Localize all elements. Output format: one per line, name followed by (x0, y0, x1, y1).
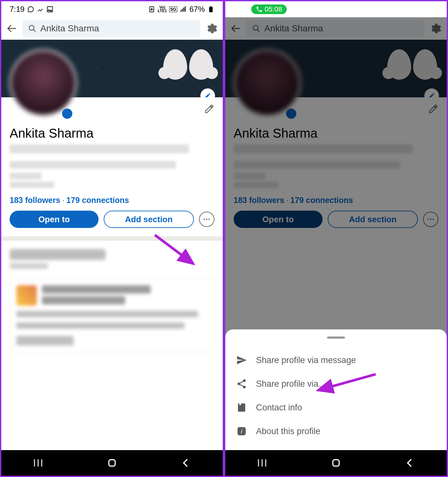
recents-icon[interactable] (33, 457, 44, 468)
followers-count[interactable]: 183 followers (10, 196, 60, 205)
avatar[interactable] (10, 49, 77, 117)
battery-percent: 60% (413, 5, 429, 14)
gear-icon[interactable] (205, 22, 218, 35)
svg-rect-21 (333, 460, 339, 466)
headline-blurred (10, 144, 189, 153)
info-icon: i (236, 426, 247, 437)
phone-right: 7:58 05:08 Vo)LTE1 5G 60% Ankita Sharma (224, 0, 448, 477)
top-bar: Ankita Sharma (1, 17, 223, 40)
home-icon[interactable] (107, 457, 117, 468)
sheet-item-label: Contact info (256, 403, 302, 413)
profile-section: Ankita Sharma 183 followers·179 connecti… (1, 97, 223, 236)
detail-blurred (10, 161, 176, 169)
battery-saver-icon (372, 6, 379, 13)
svg-rect-8 (109, 460, 115, 466)
battery-saver-icon (148, 6, 155, 13)
add-section-button[interactable]: Add section (104, 211, 194, 228)
svg-rect-11 (434, 6, 436, 7)
svg-point-16 (243, 379, 246, 382)
network-5g-icon: 5G (393, 6, 401, 12)
signal-icon (180, 6, 187, 13)
sheet-item-label: Share profile via… (256, 379, 327, 389)
recents-icon[interactable] (257, 457, 268, 468)
sheet-share-via[interactable]: Share profile via… (236, 372, 436, 396)
svg-point-18 (243, 386, 246, 389)
call-indicator[interactable]: 05:08 (251, 4, 287, 14)
battery-icon (207, 6, 214, 13)
svg-point-6 (206, 219, 207, 220)
back-icon[interactable] (6, 23, 18, 34)
signal-icon (404, 6, 411, 13)
sheet-item-label: About this profile (256, 426, 320, 436)
more-button[interactable] (199, 212, 214, 227)
search-input[interactable]: Ankita Sharma (22, 20, 200, 37)
sheet-contact-info[interactable]: Contact info (236, 396, 436, 419)
suggested-section-blurred (1, 241, 223, 360)
bottom-sheet: Share profile via message Share profile … (225, 329, 447, 450)
android-navbar (1, 450, 223, 476)
edit-profile-icon[interactable] (204, 104, 214, 115)
avatar-badge-icon (62, 109, 72, 119)
missed-call-icon (37, 6, 44, 13)
android-navbar (225, 450, 447, 476)
section-divider (1, 236, 223, 241)
volte-icon: Vo)LTE1 (382, 6, 391, 13)
sheet-item-label: Share profile via message (256, 355, 356, 365)
battery-percent: 67% (189, 5, 205, 14)
network-5g-icon: 5G (169, 6, 177, 12)
volte-icon: Vo)LTE1 (158, 6, 167, 13)
home-icon[interactable] (331, 457, 341, 468)
whatsapp-icon (27, 6, 34, 13)
search-icon (28, 24, 36, 33)
call-timer: 05:08 (265, 5, 282, 13)
svg-rect-10 (433, 7, 437, 12)
send-icon (236, 355, 247, 366)
svg-point-7 (208, 219, 210, 220)
back-nav-icon[interactable] (404, 457, 415, 468)
contact-icon (236, 402, 247, 413)
open-to-button[interactable]: Open to (10, 211, 99, 228)
svg-point-17 (237, 383, 240, 385)
status-bar: 7:58 05:08 Vo)LTE1 5G 60% (225, 1, 447, 17)
sheet-share-message[interactable]: Share profile via message (236, 348, 436, 372)
connections-count[interactable]: 179 connections (66, 196, 129, 205)
svg-point-4 (29, 25, 34, 30)
svg-rect-3 (210, 6, 212, 7)
status-time: 7:58 (234, 5, 249, 14)
battery-icon (431, 6, 438, 13)
share-icon (236, 378, 247, 389)
back-nav-icon[interactable] (180, 457, 191, 468)
detail-blurred-3 (10, 182, 54, 188)
detail-blurred-2 (10, 173, 42, 180)
profile-stats[interactable]: 183 followers·179 connections (10, 196, 214, 205)
profile-name: Ankita Sharma (10, 126, 214, 141)
search-text: Ankita Sharma (40, 23, 99, 34)
picture-icon (46, 6, 53, 13)
status-time: 7:19 (10, 5, 25, 14)
sheet-handle[interactable] (327, 336, 345, 339)
phone-left: 7:19 Vo)LTE1 5G 67% Ankita Sharma (0, 0, 224, 477)
svg-text:i: i (241, 428, 243, 435)
svg-point-5 (204, 219, 205, 220)
svg-rect-2 (209, 7, 213, 12)
sheet-about-profile[interactable]: i About this profile (236, 419, 436, 443)
status-bar: 7:19 Vo)LTE1 5G 67% (1, 1, 223, 17)
